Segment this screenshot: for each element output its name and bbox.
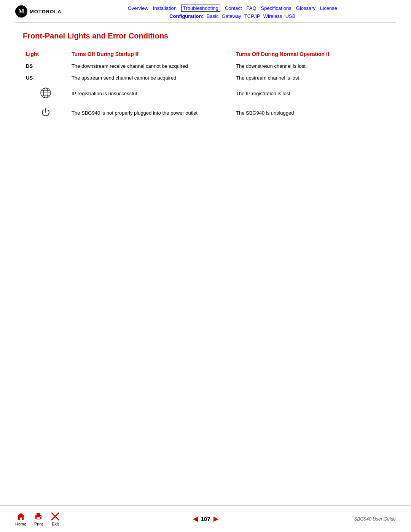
col-light-header: Light <box>23 50 68 60</box>
exit-icon <box>51 512 60 521</box>
nav-top: Overview Installation Troubleshooting Co… <box>128 5 337 12</box>
page-navigation: ◀ 107 ▶ <box>142 515 269 522</box>
print-button[interactable]: Print <box>34 512 43 526</box>
svg-point-9 <box>40 516 41 517</box>
footer-nav: Home Print Exit <box>15 512 142 526</box>
svg-rect-8 <box>37 517 40 519</box>
motorola-brand: MOTOROLA <box>30 9 62 14</box>
col-normal-header: Turns Off During Normal Operation If <box>233 50 388 60</box>
svg-marker-5 <box>17 513 25 520</box>
nav-contact[interactable]: Contact <box>225 5 242 11</box>
home-button[interactable]: Home <box>15 512 26 526</box>
table-row: IP registration is unsuccessful The IP r… <box>23 84 388 103</box>
nav-license[interactable]: License <box>320 5 337 11</box>
prev-page-button[interactable]: ◀ <box>193 515 198 522</box>
startup-us: The upstream send channel cannot be acqu… <box>68 72 233 84</box>
exit-label: Exit <box>52 522 59 526</box>
nav-glossary[interactable]: Glossary <box>296 5 315 11</box>
page-number: 107 <box>201 516 210 522</box>
error-table: Light Turns Off During Startup If Turns … <box>23 50 388 123</box>
nav-config-usb[interactable]: USB <box>285 13 296 19</box>
header: M MOTOROLA Overview Installation Trouble… <box>0 0 411 22</box>
normal-globe: The IP registration is lost <box>233 84 388 103</box>
nav-config-tcpip[interactable]: TCP/IP <box>244 13 260 19</box>
nav-overview[interactable]: Overview <box>128 5 148 11</box>
startup-ds: The downstream receive channel cannot be… <box>68 60 233 72</box>
table-row: US The upstream send channel cannot be a… <box>23 72 388 84</box>
nav-config-gateway[interactable]: Gateway <box>222 13 241 19</box>
startup-power: The SBG940 is not properly plugged into … <box>68 103 233 123</box>
nav-bottom: Configuration: Basic Gateway TCP/IP Wire… <box>169 13 295 19</box>
table-row: The SBG940 is not properly plugged into … <box>23 103 388 123</box>
normal-ds: The downstream channel is lost <box>233 60 388 72</box>
home-icon <box>16 512 25 521</box>
nav-installation[interactable]: Installation <box>153 5 177 11</box>
nav-faq[interactable]: FAQ <box>247 5 256 11</box>
svg-rect-7 <box>37 513 40 516</box>
col-startup-header: Turns Off During Startup If <box>68 50 233 60</box>
guide-name: SBG940 User Guide <box>269 516 396 522</box>
print-label: Print <box>34 522 43 526</box>
startup-globe: IP registration is unsuccessful <box>68 84 233 103</box>
table-row: DS The downstream receive channel cannot… <box>23 60 388 72</box>
page-title: Front-Panel Lights and Error Conditions <box>23 32 388 40</box>
globe-icon <box>40 87 52 99</box>
light-power <box>23 103 68 123</box>
light-ds: DS <box>23 60 68 72</box>
nav-specifications[interactable]: Specifications <box>261 5 292 11</box>
logo-area: M MOTOROLA <box>15 5 62 18</box>
print-icon <box>34 512 43 521</box>
nav-troubleshooting[interactable]: Troubleshooting <box>181 5 220 12</box>
nav-area: Overview Installation Troubleshooting Co… <box>69 5 396 19</box>
next-page-button[interactable]: ▶ <box>213 515 218 522</box>
light-us: US <box>23 72 68 84</box>
main-content: Front-Panel Lights and Error Conditions … <box>0 22 411 153</box>
motorola-logo-icon: M <box>15 5 27 18</box>
nav-config-wireless[interactable]: Wireless <box>263 13 282 19</box>
light-globe <box>23 84 68 103</box>
footer: Home Print Exit ◀ 107 ▶ SBG940 User Guid… <box>0 505 411 532</box>
home-label: Home <box>15 522 26 526</box>
nav-config-basic[interactable]: Basic <box>207 13 219 19</box>
normal-power: The SBG940 is unplugged <box>233 103 388 123</box>
normal-us: The upstream channel is lost <box>233 72 388 84</box>
power-icon <box>40 106 52 118</box>
exit-button[interactable]: Exit <box>51 512 60 526</box>
config-label: Configuration: <box>169 13 204 19</box>
